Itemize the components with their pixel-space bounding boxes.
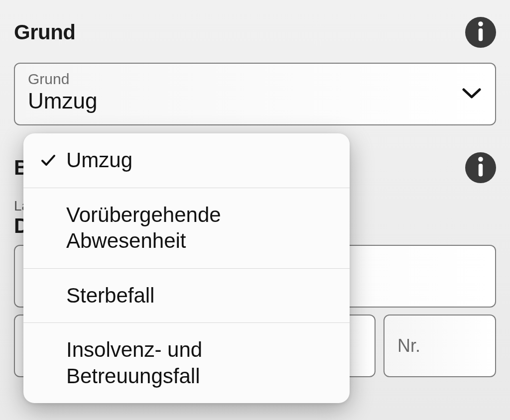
info-button-section2[interactable] [465, 152, 496, 183]
check-icon [34, 152, 62, 168]
svg-rect-1 [479, 28, 483, 41]
info-icon [476, 21, 485, 44]
info-button-grund[interactable] [465, 17, 496, 48]
dropdown-option-sterbefall[interactable]: Sterbefall [23, 269, 350, 323]
grund-title: Grund [14, 20, 75, 44]
chevron-down-icon [462, 87, 481, 101]
grund-select-value: Umzug [28, 89, 482, 113]
grund-select[interactable]: Grund Umzug [14, 63, 496, 125]
dropdown-option-label: Vorübergehende Abwesenheit [62, 202, 337, 254]
svg-rect-3 [479, 164, 483, 177]
dropdown-option-label: Umzug [62, 147, 132, 174]
info-icon [476, 156, 485, 179]
grund-dropdown: Umzug Vorübergehende Abwesenheit Sterbef… [23, 133, 350, 403]
dropdown-option-voruebergehende-abwesenheit[interactable]: Vorübergehende Abwesenheit [23, 188, 350, 269]
grund-section-header: Grund [14, 17, 496, 48]
nr-placeholder: Nr. [397, 335, 420, 356]
svg-point-0 [478, 21, 483, 26]
dropdown-option-label: Insolvenz- und Betreuungsfall [62, 337, 337, 389]
svg-point-2 [478, 157, 483, 162]
dropdown-option-insolvenz-betreuungsfall[interactable]: Insolvenz- und Betreuungsfall [23, 323, 350, 403]
dropdown-option-label: Sterbefall [62, 283, 154, 309]
nr-field[interactable]: Nr. [383, 315, 496, 377]
grund-select-label: Grund [28, 71, 482, 88]
dropdown-option-umzug[interactable]: Umzug [23, 133, 350, 188]
